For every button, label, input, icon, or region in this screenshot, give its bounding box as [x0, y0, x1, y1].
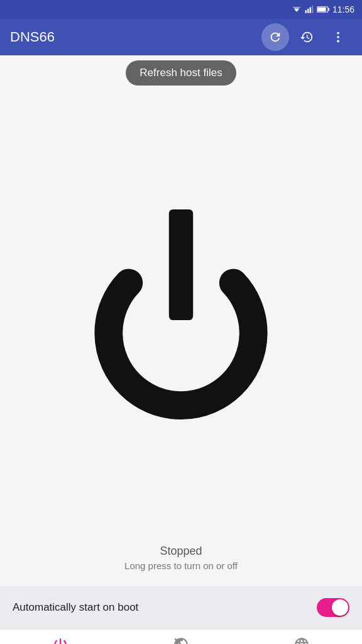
nav-domain-filters-icon	[173, 636, 189, 644]
more-vert-icon	[331, 30, 345, 44]
app-bar: DNS66	[0, 19, 362, 55]
toggle-knob	[332, 599, 348, 616]
svg-rect-12	[169, 209, 193, 320]
nav-dns-servers-icon	[293, 636, 310, 644]
bottom-nav: Start / Stop Domain Filters DNS Servers	[0, 629, 362, 644]
refresh-icon	[268, 30, 282, 44]
svg-marker-1	[292, 7, 300, 10]
nav-item-start-stop[interactable]: Start / Stop	[0, 630, 121, 644]
status-time: 11:56	[332, 4, 354, 14]
svg-rect-2	[305, 10, 307, 13]
boot-label: Automatically start on boot	[13, 601, 317, 614]
svg-rect-3	[307, 9, 309, 13]
boot-row: Automatically start on boot	[0, 586, 362, 629]
tooltip-container: Refresh host files	[0, 60, 362, 86]
status-hint-label: Long press to turn on or off	[124, 560, 238, 571]
svg-rect-7	[328, 8, 329, 11]
refresh-button[interactable]	[261, 23, 289, 51]
svg-point-9	[337, 32, 339, 35]
svg-point-11	[337, 40, 339, 43]
power-button-icon[interactable]	[80, 202, 282, 428]
history-button[interactable]	[293, 23, 321, 51]
main-content: Stopped Long press to turn on or off	[0, 86, 362, 586]
nav-power-icon	[52, 636, 69, 644]
app-bar-actions	[261, 23, 352, 51]
battery-icon	[317, 6, 329, 13]
status-icons: 11:56	[292, 4, 354, 14]
power-icon-area[interactable]	[0, 86, 362, 545]
status-bar: 11:56	[0, 0, 362, 19]
history-icon	[300, 30, 314, 44]
signal-icon	[305, 5, 314, 14]
nav-item-domain-filters[interactable]: Domain Filters	[121, 630, 241, 644]
nav-item-dns-servers[interactable]: DNS Servers	[241, 630, 362, 644]
app-title: DNS66	[10, 29, 261, 45]
more-options-button[interactable]	[324, 23, 352, 51]
svg-rect-5	[312, 6, 313, 13]
refresh-tooltip: Refresh host files	[126, 60, 236, 86]
svg-point-10	[337, 36, 339, 38]
status-stopped-label: Stopped	[124, 545, 238, 558]
svg-rect-4	[310, 8, 311, 13]
svg-rect-8	[317, 8, 326, 11]
wifi-icon	[292, 5, 302, 14]
auto-start-toggle[interactable]	[317, 598, 349, 617]
status-text-area: Stopped Long press to turn on or off	[124, 545, 238, 586]
